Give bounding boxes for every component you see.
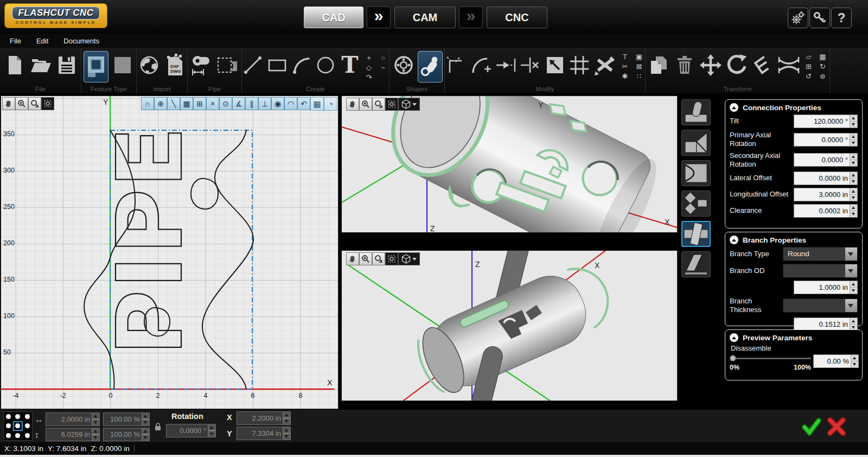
snap-magnet-button[interactable]: ∩ <box>141 97 154 110</box>
weld-tool-button[interactable]: ✱ <box>619 72 631 81</box>
collapse-connection-button[interactable] <box>730 103 738 112</box>
rotate-ccw-button[interactable]: ↺ <box>803 72 815 81</box>
pan-3d-top-button[interactable] <box>346 98 359 111</box>
spin-down-icon[interactable] <box>850 195 857 201</box>
cancel-button[interactable] <box>827 417 846 436</box>
engrave-tool-button[interactable] <box>593 51 617 79</box>
import-dxf-dwg-button[interactable]: DXF DWG <box>163 51 187 79</box>
zoom-extents-3d-bottom-button[interactable] <box>372 252 385 265</box>
frame-tool-button[interactable] <box>569 51 591 79</box>
snap-circle-center-button[interactable]: ◉ <box>271 97 284 110</box>
zoom-in-3d-bottom-button[interactable] <box>359 252 372 265</box>
spin-up-icon[interactable] <box>850 134 857 140</box>
duplicate-offset-button[interactable]: ▱ <box>803 52 815 61</box>
slider-thumb[interactable] <box>730 355 736 361</box>
cad-2d-canvas[interactable]: Y X PIPE 350 300 250 200 150 100 50 -4 -… <box>0 95 339 410</box>
y-position-field[interactable]: 7.3304 in <box>237 427 291 440</box>
crossbox-tool-button[interactable]: ⊠ <box>633 62 645 71</box>
align-button[interactable] <box>777 51 801 79</box>
pipe-od-button[interactable] <box>190 51 214 79</box>
accept-button[interactable] <box>802 417 821 436</box>
text-arc-tool-button[interactable]: T <box>619 52 631 61</box>
rotate-cw-button[interactable]: ↻ <box>817 62 829 71</box>
dots-tool-button[interactable]: ∷ <box>633 72 645 81</box>
line-tool-button[interactable] <box>242 51 264 79</box>
zoom-extents-button[interactable] <box>28 97 41 110</box>
dropdown-arrow-icon[interactable] <box>845 299 857 312</box>
tilt-field[interactable]: 120.0000 ° <box>794 115 858 128</box>
anchor-center-selected[interactable] <box>13 421 22 430</box>
spin-up-icon[interactable] <box>850 154 857 160</box>
shear-button[interactable] <box>751 51 775 79</box>
branch-od-field[interactable]: 1.0000 in <box>794 281 858 294</box>
secondary-axial-rotation-field[interactable]: 0.0000 ° <box>794 153 858 167</box>
snap-from-button[interactable]: ↶ <box>297 97 310 110</box>
protractor-button[interactable]: ◔ <box>324 97 337 111</box>
box-tool-button[interactable]: ▣ <box>633 52 645 61</box>
spin-up-icon[interactable] <box>850 205 857 211</box>
connection-type-gusset-button[interactable] <box>681 191 711 217</box>
cam-mode-button[interactable]: CAM <box>394 7 456 28</box>
delete-button[interactable] <box>673 51 697 79</box>
zoom-window-3d-top-button[interactable] <box>385 98 398 111</box>
menu-edit[interactable]: Edit <box>29 34 56 48</box>
anchor-point-grid[interactable] <box>3 411 33 441</box>
connection-type-lap-button[interactable] <box>681 221 711 247</box>
settings-gears-button[interactable] <box>788 8 808 28</box>
snap-endpoint-button[interactable]: ╲ <box>167 97 180 110</box>
snap-grid-button[interactable]: ▦ <box>180 97 193 110</box>
move-button[interactable] <box>699 51 723 79</box>
fillet-tool-button[interactable] <box>470 51 493 79</box>
array-button[interactable]: ▦ <box>817 52 829 61</box>
lateral-offset-field[interactable]: 0.0000 in <box>794 172 858 185</box>
corner-tool-button[interactable] <box>445 51 468 79</box>
zoom-in-button[interactable] <box>15 97 28 110</box>
spin-down-icon[interactable] <box>850 122 857 128</box>
zoom-window-button[interactable] <box>41 97 54 110</box>
zoom-window-3d-bottom-button[interactable] <box>385 252 398 265</box>
zoom-in-3d-top-button[interactable] <box>359 98 372 111</box>
spin-up-icon[interactable] <box>850 281 857 288</box>
snap-nearest-button[interactable]: ⊙ <box>219 97 232 110</box>
aspect-lock-icon[interactable] <box>154 422 162 431</box>
trim-tool-button[interactable] <box>519 51 542 79</box>
zoom-extents-3d-top-button[interactable] <box>372 98 385 111</box>
license-key-button[interactable] <box>809 8 830 28</box>
disassemble-slider[interactable] <box>730 354 811 362</box>
cam-to-cnc-button[interactable]: » <box>459 7 483 28</box>
spin-up-icon[interactable] <box>850 318 857 325</box>
collapse-branch-button[interactable] <box>730 236 738 244</box>
spin-up-icon[interactable] <box>850 188 857 195</box>
ellipse-tool-button[interactable]: ○ <box>377 53 389 62</box>
spin-down-icon[interactable] <box>850 179 857 185</box>
cnc-mode-button[interactable]: CNC <box>487 7 547 28</box>
spline-tool-button[interactable]: ~ <box>377 63 389 72</box>
connection-type-saddle-button[interactable] <box>681 99 711 125</box>
spin-up-icon[interactable] <box>850 115 857 122</box>
rectangle-tool-button[interactable] <box>266 51 289 79</box>
save-file-button[interactable] <box>55 51 79 79</box>
spin-up-icon[interactable] <box>850 172 857 179</box>
scale-tool-button[interactable] <box>544 51 566 79</box>
rotation-field[interactable]: 0.0000 ° <box>166 424 216 437</box>
mirror-button[interactable]: ⊞ <box>803 62 815 71</box>
cad-to-cam-button[interactable]: » <box>367 7 391 28</box>
pipe-wrap-button[interactable] <box>216 51 240 79</box>
rotate-button[interactable] <box>725 51 749 79</box>
view-orientation-3d-top-button[interactable] <box>398 98 420 111</box>
feature-3d-button[interactable] <box>111 51 135 79</box>
connection-type-miter-button[interactable] <box>681 130 711 156</box>
branch-type-dropdown[interactable]: Round <box>783 247 858 261</box>
menu-file[interactable]: File <box>0 34 29 48</box>
menu-documents[interactable]: Documents <box>56 34 107 48</box>
arc-tool-button[interactable] <box>290 51 312 79</box>
longitudinal-offset-field[interactable]: 3.0000 in <box>794 188 858 201</box>
feature-2d-button[interactable] <box>84 51 108 82</box>
help-button[interactable]: ? <box>831 8 852 28</box>
width-field[interactable]: 2.0000 in <box>46 412 100 426</box>
new-file-button[interactable] <box>3 51 27 79</box>
circle-tool-button[interactable] <box>315 51 337 79</box>
spin-up-icon[interactable] <box>851 355 858 361</box>
disassemble-field[interactable]: 0.00 % <box>813 354 859 368</box>
connection-type-fishmouth-button[interactable] <box>681 160 711 186</box>
